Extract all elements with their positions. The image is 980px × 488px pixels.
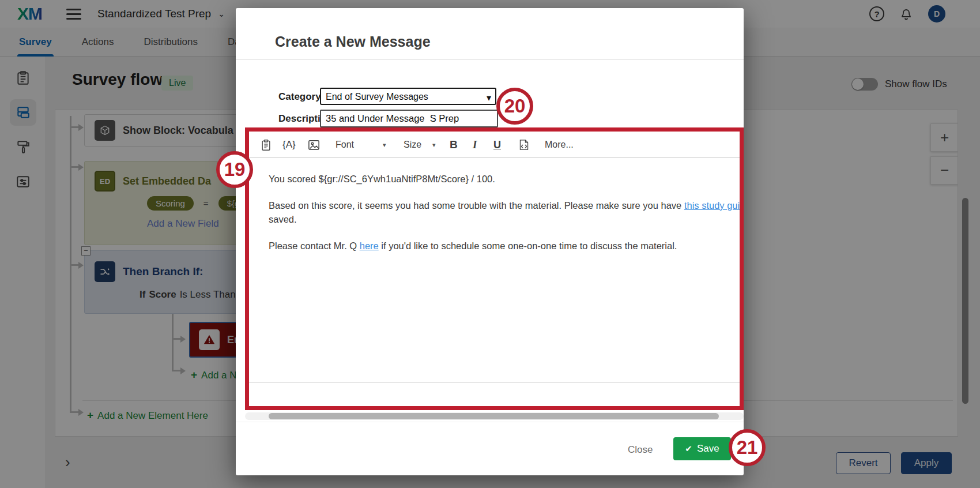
annotation-step-21: 21 xyxy=(729,429,766,466)
category-select[interactable]: End of Survey Messages xyxy=(320,88,496,105)
here-link[interactable]: here xyxy=(360,241,379,251)
size-dropdown[interactable]: Size xyxy=(404,132,421,158)
annotation-step-20: 20 xyxy=(496,88,533,125)
rich-text-editor-annotated: {A} Font ▾ Size ▾ B I U More.. xyxy=(245,127,744,410)
description-input[interactable] xyxy=(320,110,498,127)
dialog-title: Create a New Message xyxy=(275,33,431,50)
checkmark-icon: ✔ xyxy=(685,444,692,453)
message-paragraph-2-cont: saved. xyxy=(269,212,740,226)
underline-button[interactable]: U xyxy=(493,132,501,158)
source-code-icon[interactable] xyxy=(519,132,529,158)
font-dropdown[interactable]: Font xyxy=(336,132,354,158)
message-paragraph-1: You scored ${gr://SC_6Ywh1uaNtifP8Mt/Sco… xyxy=(269,172,740,186)
screen: XM Standardized Test Prep ⌄ ? D Survey A… xyxy=(0,0,980,488)
message-paragraph-2: Based on this score, it seems you had so… xyxy=(269,198,740,212)
editor-toolbar: {A} Font ▾ Size ▾ B I U More.. xyxy=(249,132,740,158)
category-label: Category xyxy=(278,91,321,103)
scrollbar-thumb[interactable] xyxy=(269,413,719,419)
study-guide-link[interactable]: this study guide xyxy=(684,200,740,211)
more-button[interactable]: More... xyxy=(545,132,574,158)
bold-button[interactable]: B xyxy=(450,132,458,158)
chevron-down-icon[interactable]: ▾ xyxy=(383,132,386,158)
italic-button[interactable]: I xyxy=(473,132,477,158)
divider xyxy=(236,59,744,60)
close-button[interactable]: Close xyxy=(619,440,662,460)
message-body-editor[interactable]: You scored ${gr://SC_6Ywh1uaNtifP8Mt/Sco… xyxy=(249,158,740,383)
insert-image-icon[interactable] xyxy=(308,132,320,158)
chevron-down-icon[interactable]: ▾ xyxy=(432,132,436,158)
annotation-step-19: 19 xyxy=(216,151,253,188)
divider xyxy=(236,422,744,422)
piped-text-icon[interactable]: {A} xyxy=(282,132,296,158)
create-message-dialog: Create a New Message Category End of Sur… xyxy=(236,8,744,475)
paste-icon[interactable] xyxy=(261,132,272,158)
message-paragraph-3: Please contact Mr. Q here if you'd like … xyxy=(269,239,740,253)
editor-horizontal-scrollbar xyxy=(245,412,744,420)
save-button[interactable]: ✔Save xyxy=(673,437,731,460)
